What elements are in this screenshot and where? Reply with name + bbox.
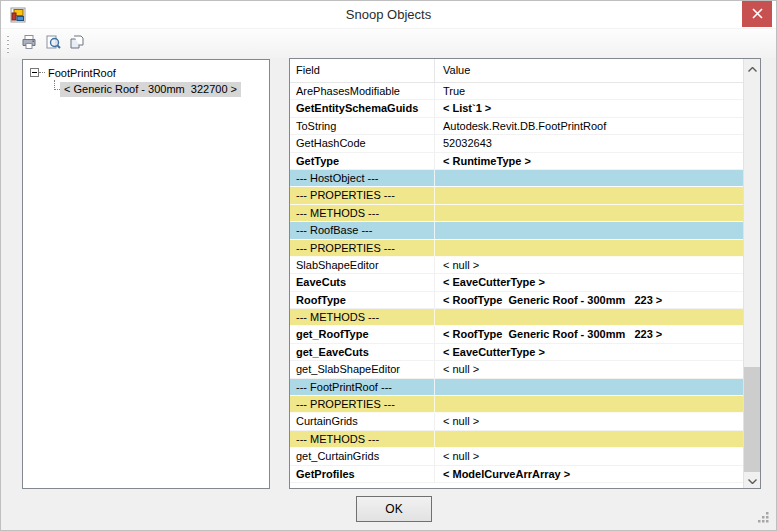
scroll-up-button[interactable] — [744, 59, 760, 76]
value-cell: < EaveCutterType > — [435, 344, 743, 360]
field-cell: --- PROPERTIES --- — [290, 396, 435, 412]
field-cell: --- METHODS --- — [290, 431, 435, 447]
field-cell: RoofType — [290, 292, 435, 308]
column-header-value[interactable]: Value — [435, 59, 743, 82]
table-row[interactable]: ToStringAutodesk.Revit.DB.FootPrintRoof — [290, 118, 743, 135]
table-row[interactable]: --- PROPERTIES --- — [290, 187, 743, 204]
table-row[interactable]: SlabShapeEditor< null > — [290, 257, 743, 274]
field-cell: GetHashCode — [290, 135, 435, 151]
value-cell — [435, 396, 743, 412]
table-row[interactable]: get_EaveCuts< EaveCutterType > — [290, 344, 743, 361]
value-cell: < List`1 > — [435, 100, 743, 116]
field-cell: get_RoofType — [290, 326, 435, 342]
table-row[interactable]: get_CurtainGrids< null > — [290, 448, 743, 465]
print-icon — [21, 34, 37, 53]
field-cell: SlabShapeEditor — [290, 257, 435, 273]
snoop-objects-window: Snoop Objects — [0, 0, 777, 531]
value-cell — [435, 240, 743, 256]
tree-node-child[interactable]: < Generic Roof - 300mm 322700 > — [60, 81, 241, 98]
print-preview-button[interactable] — [41, 32, 64, 55]
field-cell: --- RoofBase --- — [290, 222, 435, 238]
table-row[interactable]: --- PROPERTIES --- — [290, 396, 743, 413]
value-cell — [435, 431, 743, 447]
toolbar — [1, 29, 776, 58]
table-row[interactable]: get_SlabShapeEditor< null > — [290, 361, 743, 378]
value-cell — [435, 187, 743, 203]
scrollbar-thumb[interactable] — [744, 367, 760, 472]
list-header: Field Value — [290, 59, 743, 83]
field-cell: --- METHODS --- — [290, 205, 435, 221]
ok-button[interactable]: OK — [356, 496, 432, 522]
print-preview-icon — [45, 34, 61, 53]
table-row[interactable]: ArePhasesModifiableTrue — [290, 83, 743, 100]
table-row[interactable]: RoofType< RoofType Generic Roof - 300mm … — [290, 292, 743, 309]
field-value-list: Field Value ArePhasesModifiableTrueGetEn… — [289, 58, 761, 489]
table-row[interactable]: --- PROPERTIES --- — [290, 240, 743, 257]
value-cell: < null > — [435, 361, 743, 377]
value-cell: < ModelCurveArrArray > — [435, 466, 743, 482]
table-row[interactable]: GetHashCode52032643 — [290, 135, 743, 152]
field-cell: get_CurtainGrids — [290, 448, 435, 464]
print-button[interactable] — [17, 32, 40, 55]
chevron-up-icon — [748, 62, 757, 74]
value-cell: < RuntimeType > — [435, 153, 743, 169]
table-row[interactable]: --- METHODS --- — [290, 205, 743, 222]
table-row[interactable]: GetEntitySchemaGuids< List`1 > — [290, 100, 743, 117]
value-cell — [435, 205, 743, 221]
table-row[interactable]: --- FootPrintRoof --- — [290, 379, 743, 396]
field-cell: EaveCuts — [290, 274, 435, 290]
close-icon — [752, 7, 763, 22]
copy-button[interactable] — [65, 32, 88, 55]
titlebar: Snoop Objects — [1, 1, 776, 29]
close-button[interactable] — [742, 1, 772, 27]
field-cell: --- PROPERTIES --- — [290, 187, 435, 203]
value-cell: < RoofType Generic Roof - 300mm 223 > — [435, 326, 743, 342]
table-row[interactable]: GetType< RuntimeType > — [290, 153, 743, 170]
table-row[interactable]: --- METHODS --- — [290, 431, 743, 448]
window-title: Snoop Objects — [1, 1, 776, 29]
value-cell: True — [435, 83, 743, 99]
value-cell: < EaveCutterType > — [435, 274, 743, 290]
value-cell: < null > — [435, 413, 743, 429]
value-cell — [435, 309, 743, 325]
chevron-down-icon — [748, 474, 757, 486]
value-cell: 52032643 — [435, 135, 743, 151]
table-row[interactable]: get_RoofType< RoofType Generic Roof - 30… — [290, 326, 743, 343]
tree-panel: FootPrintRoof < Generic Roof - 300mm 322… — [22, 59, 270, 489]
value-cell — [435, 222, 743, 238]
field-cell: --- FootPrintRoof --- — [290, 379, 435, 395]
field-cell: CurtainGrids — [290, 413, 435, 429]
value-cell: < null > — [435, 257, 743, 273]
table-row[interactable]: EaveCuts< EaveCutterType > — [290, 274, 743, 291]
table-row[interactable]: GetProfiles< ModelCurveArrArray > — [290, 466, 743, 483]
field-cell: --- PROPERTIES --- — [290, 240, 435, 256]
copy-icon — [69, 34, 85, 53]
value-cell: < null > — [435, 448, 743, 464]
table-row[interactable]: --- RoofBase --- — [290, 222, 743, 239]
scroll-down-button[interactable] — [744, 471, 760, 488]
field-cell: GetProfiles — [290, 466, 435, 482]
field-cell: --- METHODS --- — [290, 309, 435, 325]
tree-collapse-toggle-icon[interactable] — [30, 68, 39, 77]
field-cell: get_SlabShapeEditor — [290, 361, 435, 377]
tree-root-label[interactable]: FootPrintRoof — [45, 67, 116, 79]
field-cell: ArePhasesModifiable — [290, 83, 435, 99]
table-row[interactable]: CurtainGrids< null > — [290, 413, 743, 430]
tree-child-label[interactable]: < Generic Roof - 300mm 322700 > — [60, 82, 241, 97]
table-row[interactable]: --- METHODS --- — [290, 309, 743, 326]
value-cell — [435, 170, 743, 186]
toolbar-grip[interactable] — [7, 35, 9, 53]
field-cell: get_EaveCuts — [290, 344, 435, 360]
value-cell: < RoofType Generic Roof - 300mm 223 > — [435, 292, 743, 308]
table-row[interactable]: --- HostObject --- — [290, 170, 743, 187]
field-cell: --- HostObject --- — [290, 170, 435, 186]
value-cell — [435, 379, 743, 395]
tree-node-root[interactable]: FootPrintRoof — [23, 64, 116, 81]
field-cell: ToString — [290, 118, 435, 134]
resize-grip-icon[interactable] — [756, 510, 770, 524]
vertical-scrollbar[interactable] — [743, 59, 760, 488]
column-header-field[interactable]: Field — [290, 59, 435, 82]
value-cell: Autodesk.Revit.DB.FootPrintRoof — [435, 118, 743, 134]
row-container: ArePhasesModifiableTrueGetEntitySchemaGu… — [290, 83, 743, 488]
field-cell: GetEntitySchemaGuids — [290, 100, 435, 116]
